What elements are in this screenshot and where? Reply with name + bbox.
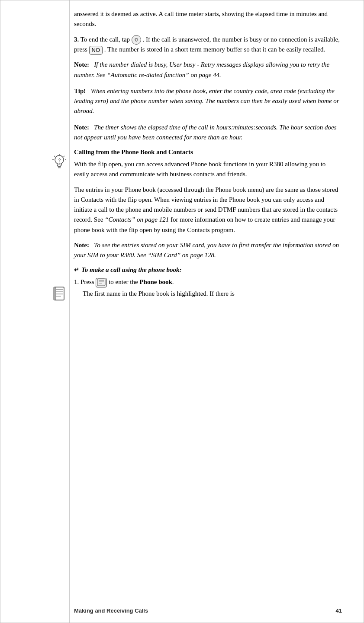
note1-text: If the number dialed is busy, User busy … <box>74 61 329 78</box>
tip-text: When entering numbers into the phone boo… <box>74 87 339 115</box>
step1-subtext: The first name in the Phone book is high… <box>83 289 342 299</box>
svg-rect-9 <box>55 287 64 300</box>
note2-block: Note: The timer shows the elapsed time o… <box>74 123 342 143</box>
tip-label: Tip! <box>74 87 86 94</box>
step1-text: Press to enter the Phone book. <box>81 278 174 285</box>
note2-label: Note: <box>74 124 89 131</box>
page: answered it is deemed as active. A call … <box>0 0 364 623</box>
note3-text: To see the entries stored on your SIM ca… <box>74 242 339 258</box>
para2: The entries in your Phone book (accessed… <box>74 185 342 235</box>
step3-text: To end the call, tap . If the call is un… <box>74 36 340 53</box>
tip-block: Tip! When entering numbers into the phon… <box>74 86 342 116</box>
left-margin <box>0 0 70 623</box>
footer-page-number: 41 <box>336 607 342 614</box>
note1-label: Note: <box>74 61 89 68</box>
lightbulb-icon <box>52 154 66 174</box>
procedure-heading: To make a call using the phone book: <box>74 266 342 274</box>
para1: With the flip open, you can access advan… <box>74 159 342 180</box>
svg-line-5 <box>64 156 64 157</box>
note3-label: Note: <box>74 242 89 249</box>
note3-block: Note: To see the entries stored on your … <box>74 240 342 261</box>
section-heading: Calling from the Phone Book and Contacts <box>74 148 342 156</box>
footer-title: Making and Receiving Calls <box>74 607 148 614</box>
step3-block: 3. To end the call, tap . If the call is… <box>74 35 342 55</box>
step1-item: 1. Press to enter the Phone book. The fi… <box>74 277 342 299</box>
phone-book-label: Phone book <box>139 278 172 285</box>
end-call-icon <box>132 35 141 45</box>
step1-number: 1. <box>74 278 79 285</box>
no-button-icon: NO <box>89 46 103 55</box>
step3-number: 3. <box>74 36 79 43</box>
phonebook-button-icon <box>96 278 107 287</box>
svg-rect-10 <box>54 287 55 300</box>
svg-rect-15 <box>97 279 105 286</box>
svg-line-4 <box>54 156 55 157</box>
note1-block: Note: If the number dialed is busy, User… <box>74 60 342 80</box>
content-area: answered it is deemed as active. A call … <box>74 0 342 329</box>
intro-paragraph: answered it is deemed as active. A call … <box>74 9 342 29</box>
note2-text: The timer shows the elapsed time of the … <box>74 124 337 141</box>
book-icon <box>53 286 66 305</box>
